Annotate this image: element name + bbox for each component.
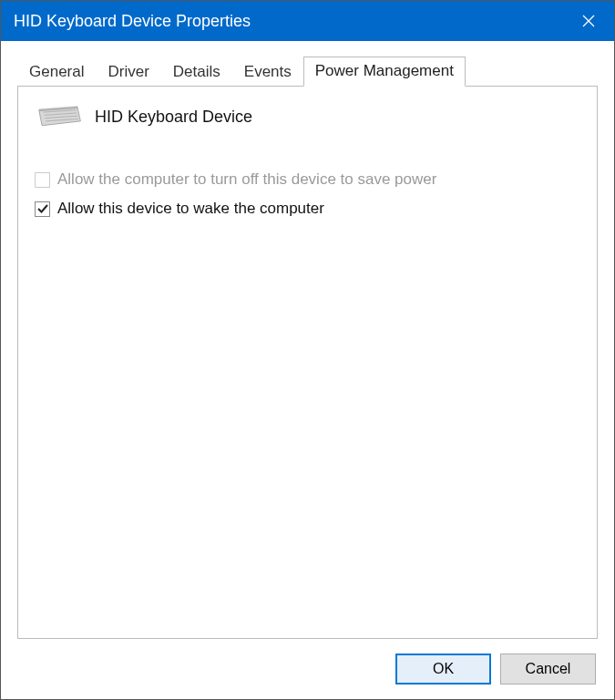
tab-details[interactable]: Details	[161, 57, 232, 87]
checkbox-allow-wake[interactable]: Allow this device to wake the computer	[35, 200, 580, 218]
checkbox-box-turn-off	[35, 172, 50, 188]
ok-button[interactable]: OK	[395, 654, 491, 685]
close-icon	[582, 15, 595, 27]
checkbox-label-wake: Allow this device to wake the computer	[57, 200, 324, 218]
button-bar: OK Cancel	[1, 646, 614, 699]
tab-panel-power-management: HID Keyboard Device Allow the computer t…	[17, 86, 598, 639]
tab-general[interactable]: General	[17, 57, 96, 87]
checkbox-box-wake[interactable]	[35, 201, 50, 217]
titlebar: HID Keyboard Device Properties	[1, 1, 614, 41]
checkbox-label-turn-off: Allow the computer to turn off this devi…	[57, 170, 436, 189]
tab-row: General Driver Details Events Power Mana…	[1, 41, 614, 86]
window-title: HID Keyboard Device Properties	[14, 12, 563, 31]
dialog-content: General Driver Details Events Power Mana…	[1, 41, 614, 699]
device-header: HID Keyboard Device	[35, 103, 580, 130]
keyboard-icon	[35, 103, 82, 130]
checkbox-allow-turn-off: Allow the computer to turn off this devi…	[35, 170, 580, 189]
cancel-button[interactable]: Cancel	[500, 654, 596, 685]
check-icon	[37, 203, 48, 214]
tab-events[interactable]: Events	[232, 57, 303, 87]
tab-driver[interactable]: Driver	[96, 57, 160, 87]
close-button[interactable]	[563, 1, 614, 41]
device-name: HID Keyboard Device	[95, 108, 252, 127]
tab-power-management[interactable]: Power Management	[303, 57, 466, 87]
